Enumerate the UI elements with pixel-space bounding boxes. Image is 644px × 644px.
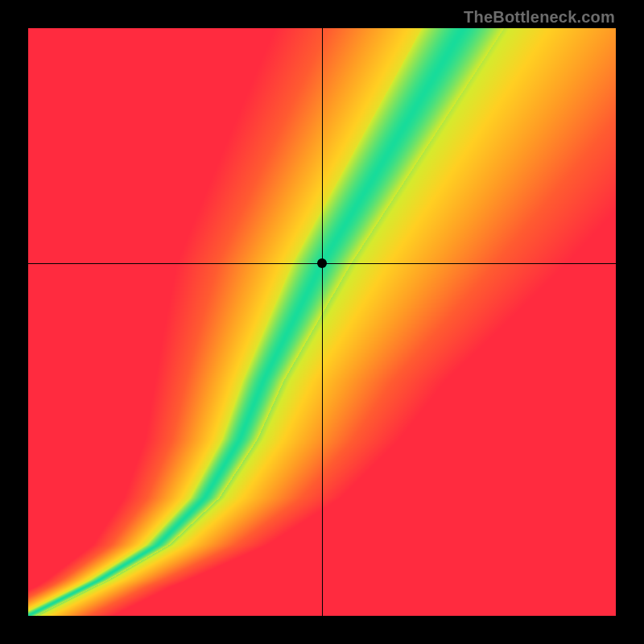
selection-marker[interactable] — [317, 258, 327, 268]
chart-frame: TheBottleneck.com — [0, 0, 644, 644]
crosshair-vertical — [322, 28, 323, 616]
watermark-text: TheBottleneck.com — [464, 8, 615, 27]
heatmap-plot — [28, 28, 616, 616]
